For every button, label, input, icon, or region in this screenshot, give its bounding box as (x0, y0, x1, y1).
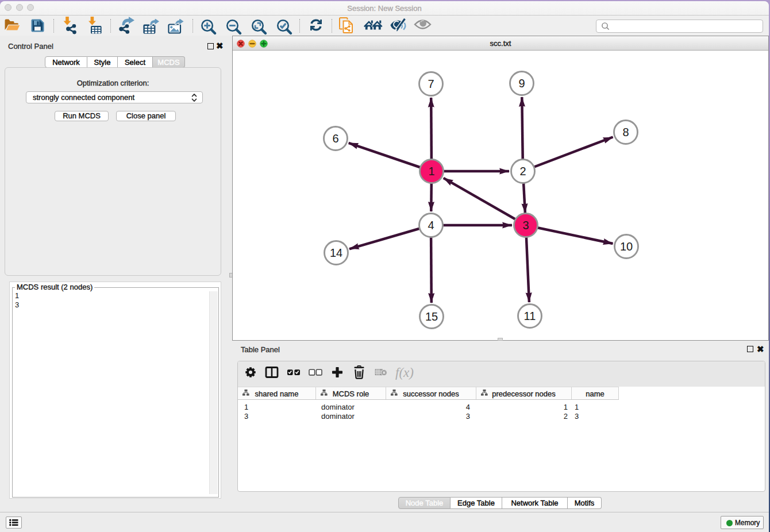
svg-text:8: 8 (622, 126, 629, 138)
svg-text:3: 3 (522, 219, 529, 232)
svg-text:15: 15 (425, 310, 438, 323)
svg-text:9: 9 (518, 77, 525, 90)
svg-text:14: 14 (330, 246, 342, 259)
svg-text:10: 10 (620, 240, 633, 253)
svg-text:4: 4 (428, 219, 434, 232)
svg-text:7: 7 (428, 78, 434, 90)
svg-text:f(x): f(x) (395, 365, 414, 380)
svg-text:11: 11 (524, 310, 536, 322)
svg-text:6: 6 (332, 132, 338, 145)
svg-text:2: 2 (519, 165, 526, 178)
svg-text:1: 1 (428, 165, 434, 178)
